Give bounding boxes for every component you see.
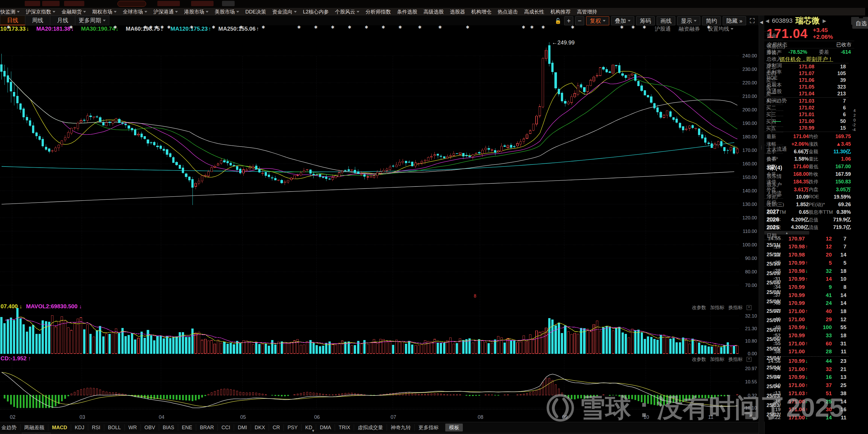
date-item[interactable]: 25/07/ — [767, 327, 781, 333]
stat-value: 168.00 — [788, 171, 809, 177]
tick-price: 171.00 — [781, 414, 805, 421]
date-item[interactable]: 25/11/ — [767, 242, 780, 248]
stat-label: 内盘 — [809, 186, 832, 193]
year-2026[interactable]: 2026 — [767, 216, 779, 223]
svg-text:80.00: 80.00 — [745, 269, 757, 274]
svg-text:✱: ✱ — [522, 25, 525, 30]
svg-text:✱: ✱ — [631, 25, 635, 30]
svg-text:110.00: 110.00 — [743, 229, 757, 234]
tick-arrow: ↓ — [805, 399, 812, 404]
date-item[interactable]: 25/10/ — [767, 252, 781, 258]
tick-volume: 51 — [812, 390, 832, 397]
side-item-净资产[interactable]: 净资产 — [767, 49, 782, 56]
side-item-总收入[interactable]: 总收入 — [767, 56, 782, 62]
prev-stock-arrow[interactable]: ◀ — [766, 18, 769, 24]
svg-text:-10.10: -10.10 — [744, 405, 757, 411]
date-item[interactable]: 25/04/ — [767, 384, 781, 389]
svg-text:190.00: 190.00 — [742, 121, 757, 126]
date-item[interactable]: 25/03/ — [767, 393, 781, 399]
date-item[interactable]: 25/04/ — [767, 374, 781, 380]
date-item[interactable]: 25/07/ — [767, 318, 781, 323]
add-watchlist-button[interactable]: 自选 — [852, 18, 868, 29]
tick-price: 170.99 — [781, 276, 805, 282]
svg-text:100.00: 100.00 — [742, 242, 757, 248]
stat-value: 719.9亿 — [832, 216, 851, 223]
order-book-price: 171.08 — [781, 64, 814, 70]
svg-text:70.00: 70.00 — [745, 283, 757, 288]
tick-price: 170.99 — [781, 374, 805, 380]
tick-count: 12 — [832, 316, 848, 323]
date-item[interactable]: 25/08/ — [767, 299, 781, 305]
tick-volume: 12 — [812, 236, 832, 242]
svg-text:✱: ✱ — [240, 25, 243, 30]
svg-text:140.00: 140.00 — [742, 188, 757, 194]
tick-volume: 24 — [812, 300, 832, 306]
side-header-year[interactable]: 年份 — [764, 198, 783, 207]
stats-row: 最新171.04均价169.75 — [764, 133, 848, 140]
date-item[interactable]: 25/06/ — [767, 337, 781, 342]
svg-text:32.10: 32.10 — [745, 313, 757, 319]
date-item[interactable]: 25/04/ — [767, 365, 781, 371]
side-item-股东情[interactable]: 股东情 — [767, 173, 782, 180]
tick-volume: 30 — [812, 406, 832, 413]
tick-price: 170.98 — [781, 252, 805, 258]
side-header-fund[interactable]: 资金 — [764, 31, 783, 40]
stat-label: 涨跌 — [809, 141, 832, 147]
side-item-收益(三)[interactable]: 收益(三) — [767, 43, 785, 50]
year-2027[interactable]: 2027 — [767, 208, 779, 215]
svg-text:✱: ✱ — [167, 25, 171, 30]
svg-text:09: 09 — [562, 414, 568, 420]
stat-value: 6.66万 — [788, 148, 809, 155]
svg-text:03: 03 — [80, 414, 85, 420]
date-item[interactable]: 25/08/ — [767, 289, 781, 295]
side-header-date[interactable]: 日期 — [764, 231, 783, 240]
date-item[interactable]: 25/09/ — [767, 270, 781, 277]
svg-text:✱: ✱ — [438, 25, 442, 30]
tick-price: 171.00 — [781, 382, 805, 388]
stat-value: 167.00 — [832, 164, 851, 170]
date-item[interactable]: 25/05/ — [767, 346, 781, 352]
price-change: +3.45 +2.06% — [813, 27, 833, 40]
tick-arrow: ↓ — [805, 414, 812, 421]
tick-price: 170.99 — [781, 332, 805, 339]
svg-text:200.00: 200.00 — [742, 107, 757, 113]
tick-price: 170.99 — [781, 260, 805, 266]
date-item[interactable]: 25/03/ — [767, 403, 781, 408]
next-stock-arrow[interactable]: ▶ — [823, 18, 827, 24]
tick-volume: 100 — [812, 324, 832, 330]
order-book-volume: 15 — [814, 125, 848, 131]
svg-text:8: 8 — [474, 294, 476, 298]
year-2025[interactable]: 2025 — [767, 224, 779, 231]
tick-volume: 12 — [812, 243, 832, 250]
tick-count: 18 — [832, 308, 848, 315]
side-item-总股本[interactable]: 总股本 — [767, 82, 782, 88]
date-item[interactable]: 25/02/ — [767, 412, 781, 418]
svg-text:10: 10 — [644, 414, 649, 420]
side-item-净利润[interactable]: 净利润 — [767, 62, 782, 69]
tick-volume: 28 — [812, 348, 832, 355]
side-item-毛利率[interactable]: 毛利率 — [767, 69, 782, 76]
side-item-流通股[interactable]: 流通股 — [767, 88, 782, 95]
order-book-price: 170.99 — [781, 125, 814, 131]
stat-label: 流值 — [809, 224, 832, 231]
tick-price: 170.98 — [781, 243, 805, 250]
date-item[interactable]: 25/04/ — [767, 355, 781, 361]
svg-text:✱: ✱ — [160, 25, 164, 30]
main-chart-svg[interactable]: 240.00230.00220.00210.00200.00190.00180.… — [0, 0, 764, 434]
side-item-人均流[interactable]: 人均流 — [767, 190, 782, 197]
date-item[interactable]: 25/10/ — [767, 261, 781, 267]
date-item[interactable]: 25/07/ — [767, 308, 781, 314]
svg-text:07: 07 — [391, 414, 396, 420]
side-header-profit[interactable]: 利润趋势 — [764, 96, 783, 105]
side-header-holders[interactable]: 十大流通 — [764, 145, 783, 153]
tick-price: 171.00 — [781, 366, 805, 372]
date-item[interactable]: 25/08/ — [767, 280, 781, 286]
tick-count: 16 — [832, 406, 848, 413]
tick-volume: 9 — [812, 284, 832, 290]
svg-text:✱: ✱ — [155, 25, 158, 30]
tick-arrow: ↑ — [805, 366, 812, 372]
svg-text:11: 11 — [708, 414, 713, 420]
side-item-ROE[interactable]: ROE — [767, 75, 777, 81]
side-item-股东户[interactable]: 股东户 — [767, 181, 782, 188]
side-item-公募[interactable]: 公募 — [767, 155, 777, 162]
